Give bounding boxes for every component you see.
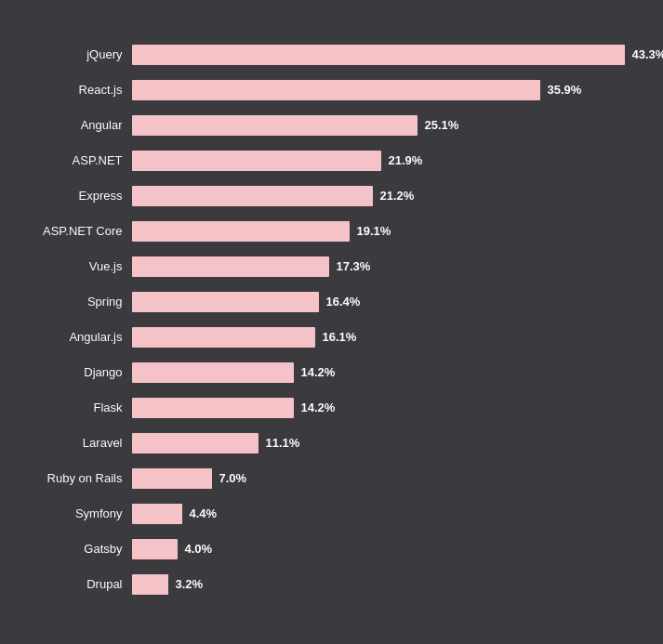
bar-fill bbox=[132, 151, 381, 171]
bar-percentage: 11.1% bbox=[266, 436, 300, 450]
bar-wrapper: 7.0% bbox=[132, 468, 634, 489]
bar-fill bbox=[132, 398, 294, 418]
bar-chart: jQuery43.3%React.js35.9%Angular25.1%ASP.… bbox=[11, 31, 653, 614]
bar-wrapper: 21.9% bbox=[132, 151, 634, 171]
bar-label: Drupal bbox=[30, 577, 132, 591]
bar-fill bbox=[132, 574, 168, 595]
bar-wrapper: 16.4% bbox=[132, 292, 634, 312]
bar-wrapper: 43.3% bbox=[132, 45, 664, 65]
bar-wrapper: 14.2% bbox=[132, 362, 634, 383]
bar-row: Vue.js17.3% bbox=[30, 252, 634, 282]
bar-row: jQuery43.3% bbox=[30, 40, 634, 70]
bar-wrapper: 16.1% bbox=[132, 327, 634, 348]
bar-label: Symfony bbox=[30, 506, 132, 520]
bar-wrapper: 21.2% bbox=[132, 186, 634, 206]
bar-wrapper: 4.4% bbox=[132, 504, 634, 524]
bar-percentage: 14.2% bbox=[301, 401, 336, 414]
bar-percentage: 7.0% bbox=[219, 471, 247, 485]
bar-percentage: 25.1% bbox=[425, 118, 459, 132]
bar-wrapper: 19.1% bbox=[132, 221, 634, 242]
bar-percentage: 43.3% bbox=[632, 47, 664, 61]
bar-percentage: 4.0% bbox=[185, 542, 213, 556]
bar-row: Django14.2% bbox=[30, 358, 634, 388]
bar-percentage: 21.9% bbox=[389, 153, 423, 167]
bar-label: Ruby on Rails bbox=[30, 471, 132, 485]
bar-fill bbox=[132, 362, 294, 383]
bar-label: Flask bbox=[30, 401, 132, 414]
bar-row: Angular25.1% bbox=[30, 111, 634, 140]
bar-percentage: 3.2% bbox=[176, 577, 204, 591]
bar-wrapper: 11.1% bbox=[132, 433, 634, 453]
bar-fill bbox=[132, 327, 315, 348]
bar-row: Express21.2% bbox=[30, 181, 634, 211]
bar-label: Vue.js bbox=[30, 259, 132, 273]
bar-label: Spring bbox=[30, 295, 132, 309]
bar-label: Gatsby bbox=[30, 542, 132, 556]
bar-label: Angular bbox=[30, 118, 132, 132]
bar-row: Drupal3.2% bbox=[30, 570, 634, 599]
bar-label: ASP.NET bbox=[30, 153, 132, 167]
bar-row: ASP.NET21.9% bbox=[30, 146, 634, 176]
bar-fill bbox=[132, 186, 373, 206]
bar-wrapper: 35.9% bbox=[132, 80, 634, 100]
bar-wrapper: 25.1% bbox=[132, 115, 634, 136]
bar-fill bbox=[132, 45, 625, 65]
bar-fill bbox=[132, 539, 178, 559]
bar-wrapper: 14.2% bbox=[132, 398, 634, 418]
bar-percentage: 19.1% bbox=[357, 224, 391, 238]
bar-row: Gatsby4.0% bbox=[30, 534, 634, 564]
bar-row: React.js35.9% bbox=[30, 75, 634, 105]
bar-percentage: 4.4% bbox=[190, 506, 218, 520]
bar-row: Flask14.2% bbox=[30, 393, 634, 423]
bar-label: Laravel bbox=[30, 436, 132, 450]
bar-wrapper: 17.3% bbox=[132, 256, 634, 277]
bar-percentage: 16.1% bbox=[323, 330, 357, 344]
bar-fill bbox=[132, 80, 540, 100]
bar-row: ASP.NET Core19.1% bbox=[30, 217, 634, 246]
bar-percentage: 35.9% bbox=[548, 83, 582, 97]
bar-fill bbox=[132, 115, 418, 136]
bar-label: jQuery bbox=[30, 47, 132, 61]
bar-percentage: 16.4% bbox=[326, 295, 361, 309]
bar-fill bbox=[132, 468, 212, 489]
bar-fill bbox=[132, 433, 259, 453]
bar-percentage: 21.2% bbox=[380, 189, 415, 203]
bar-label: React.js bbox=[30, 83, 132, 97]
bar-wrapper: 4.0% bbox=[132, 539, 634, 559]
bar-fill bbox=[132, 256, 329, 277]
bar-row: Angular.js16.1% bbox=[30, 322, 634, 352]
bar-fill bbox=[132, 292, 319, 312]
bar-label: Django bbox=[30, 365, 132, 379]
bar-percentage: 14.2% bbox=[301, 365, 336, 379]
bar-row: Symfony4.4% bbox=[30, 499, 634, 529]
bar-label: Angular.js bbox=[30, 330, 132, 344]
bar-row: Laravel11.1% bbox=[30, 428, 634, 458]
bar-row: Ruby on Rails7.0% bbox=[30, 464, 634, 493]
bar-row: Spring16.4% bbox=[30, 287, 634, 317]
bar-fill bbox=[132, 504, 182, 524]
bar-label: ASP.NET Core bbox=[30, 224, 132, 238]
bar-percentage: 17.3% bbox=[337, 259, 371, 273]
bar-fill bbox=[132, 221, 350, 242]
bar-label: Express bbox=[30, 189, 132, 203]
bar-wrapper: 3.2% bbox=[132, 574, 634, 595]
